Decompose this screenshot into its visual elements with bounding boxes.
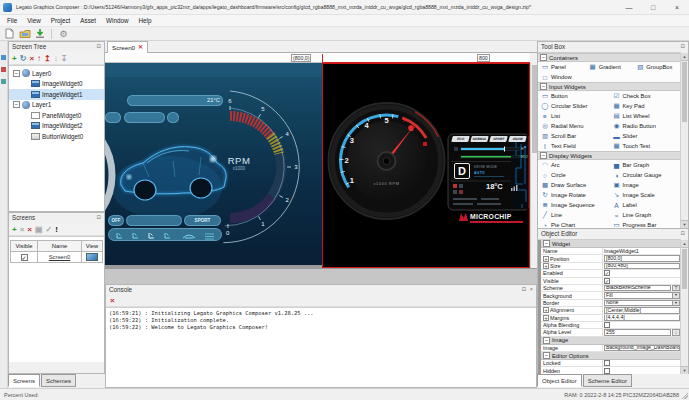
menu-asset[interactable]: Asset: [75, 17, 101, 24]
tab-schemes[interactable]: Schemes: [41, 374, 76, 387]
save-project-button[interactable]: [33, 28, 46, 40]
screen-name-link[interactable]: Screen0: [49, 254, 71, 260]
toolbox-item-progress-bar[interactable]: ▭Progress Bar: [610, 220, 682, 228]
collapse-icon[interactable]: −: [540, 83, 547, 90]
value-box[interactable]: [Center,Middle]: [604, 307, 680, 313]
chevron-down-icon[interactable]: ▼: [672, 301, 679, 306]
toolbox-item-bar-graph[interactable]: ▅Bar Graph: [610, 160, 682, 170]
toolbox-item-list[interactable]: ≡List: [538, 111, 610, 121]
scheme-value[interactable]: BlackBezelScheme: [604, 285, 671, 291]
expand-icon[interactable]: +: [543, 256, 549, 262]
checkbox-visible[interactable]: ✓: [604, 278, 610, 284]
toolbox-item-line[interactable]: ╱Line: [538, 210, 610, 220]
scroll-up-icon[interactable]: ▲: [681, 53, 688, 61]
scrollbar-thumb[interactable]: [682, 62, 687, 122]
sport-button[interactable]: SPORT: [184, 215, 221, 226]
resize-grip[interactable]: [681, 392, 688, 399]
open-project-button[interactable]: [18, 28, 31, 40]
toolbox-item-circle[interactable]: ○Circle: [538, 170, 610, 180]
scheme-select-button[interactable]: ?: [672, 285, 680, 291]
add-screen-button[interactable]: +: [12, 224, 17, 235]
toolbox-item-gradient[interactable]: ▦Gradient: [586, 62, 634, 72]
menu-window[interactable]: Window: [101, 17, 133, 24]
menu-view[interactable]: View: [22, 17, 46, 24]
value-box[interactable]: [4,4,4,4]: [604, 315, 680, 321]
dashboard-screen-imagewidget1-selected[interactable]: 123456: [322, 63, 530, 268]
toolbox-item-text-field[interactable]: IText Field: [538, 141, 610, 151]
oe-section-editor-options[interactable]: −Editor Options: [541, 352, 681, 360]
tree-item-imagewidget2[interactable]: ImageWidget2: [9, 121, 104, 132]
panel-float-icon[interactable]: ⊡: [680, 43, 686, 49]
check-icon[interactable]: ✓: [46, 224, 53, 235]
tab-screens[interactable]: Screens: [8, 374, 40, 387]
toolbox-item-image-rotate[interactable]: ↻Image Rotate: [538, 190, 610, 200]
clear-console-button[interactable]: ×: [110, 295, 115, 306]
oe-section-widget[interactable]: −Widget: [541, 240, 681, 248]
toolbox-item-window[interactable]: □Window: [538, 72, 586, 82]
mode-pill-sport[interactable]: SPORT: [489, 136, 508, 142]
checkbox-alpha-blending[interactable]: [604, 322, 610, 328]
remove-screen-button[interactable]: ×: [20, 224, 25, 235]
dock-icon-blue[interactable]: [1, 55, 6, 60]
settings-button[interactable]: ⚙: [57, 28, 70, 40]
tab-scheme-editor[interactable]: Scheme Editor: [583, 374, 632, 387]
toolbox-item-button[interactable]: ▭Button: [538, 91, 610, 101]
toolbox-section-input-widgets[interactable]: −Input Widgets: [538, 82, 681, 91]
dropdown-background[interactable]: Fill▼: [604, 292, 680, 298]
mode-pill-eco[interactable]: ECO: [451, 136, 470, 142]
collapse-icon[interactable]: −: [540, 54, 547, 61]
screen-view-icon[interactable]: [86, 253, 98, 261]
tab-object-editor[interactable]: Object Editor: [537, 374, 582, 387]
mode-pill-snow[interactable]: SNOW: [508, 136, 527, 142]
mode-pill[interactable]: [126, 215, 182, 226]
expand-icon[interactable]: +: [543, 315, 549, 321]
oe-section-image[interactable]: −Image: [541, 337, 681, 345]
dock-icon-teal[interactable]: [1, 79, 6, 84]
toolbox-item-line-graph[interactable]: ≈Line Graph: [610, 210, 682, 220]
copy-screen-icon[interactable]: ▣: [35, 224, 43, 235]
delete-screen-button[interactable]: ×: [27, 224, 32, 235]
toolbox-item-touch-test[interactable]: ▦Touch Test: [610, 141, 682, 151]
scrollbar-thumb[interactable]: [682, 249, 687, 289]
collapse-icon[interactable]: −: [540, 152, 547, 159]
checkbox-locked[interactable]: [604, 360, 610, 366]
toolbox-item-panel[interactable]: ▭Panel: [538, 62, 586, 72]
expand-box[interactable]: −: [13, 101, 20, 108]
toolbox-item-circular-slider[interactable]: ◯Circular Slider: [538, 101, 610, 111]
add-widget-button[interactable]: +: [12, 53, 17, 64]
dock-icon-red[interactable]: [1, 67, 6, 72]
panel-float-icon[interactable]: ⊡: [96, 214, 102, 220]
tree-item-imagewidget1[interactable]: ImageWidget1: [9, 89, 104, 100]
toolbox-item-circular-gauge[interactable]: ◑Circular Gauge: [610, 170, 682, 180]
chevron-down-icon[interactable]: ▼: [672, 293, 679, 298]
scroll-down-icon[interactable]: ▼: [681, 220, 688, 228]
toolbox-item-radio-button[interactable]: ◉Radio Button: [610, 121, 682, 131]
checkbox-hidden[interactable]: [604, 368, 610, 374]
expand-icon[interactable]: +: [543, 263, 549, 269]
tree-item-layer0[interactable]: −Layer0: [9, 68, 104, 79]
toolbox-section-containers[interactable]: −Containers: [538, 53, 681, 62]
value-box[interactable]: [800,0]: [604, 255, 680, 261]
move-to-bottom-button[interactable]: ↧: [61, 53, 68, 64]
menu-project[interactable]: Project: [46, 17, 76, 24]
toolbox-item-image-sequence[interactable]: ≣Image Sequence: [538, 200, 610, 210]
toolbox-item-image[interactable]: ▣Image: [610, 180, 682, 190]
collapse-icon[interactable]: −: [543, 352, 550, 359]
move-to-top-button[interactable]: ↥: [44, 53, 51, 64]
object-editor-scrollbar[interactable]: ▲ ▼: [680, 240, 687, 374]
spin-alpha-level[interactable]: 255: [604, 329, 671, 335]
scroll-up-icon[interactable]: ▲: [681, 240, 688, 248]
visible-checkbox[interactable]: ✓: [21, 254, 28, 261]
design-canvas[interactable]: 6543210 21°C RPM x1000 OFF SPORT: [105, 63, 537, 268]
dropdown-border[interactable]: None▼: [604, 300, 680, 306]
maximize-button[interactable]: □: [641, 0, 665, 15]
expand-icon[interactable]: +: [543, 307, 549, 313]
menu-file[interactable]: File: [2, 17, 22, 24]
toolbox-item-draw-surface[interactable]: ▩Draw Surface: [538, 180, 610, 190]
tab-screen0[interactable]: Screen0 ✕: [107, 41, 148, 53]
value-box[interactable]: Background_Image_DashBoard: [604, 345, 680, 351]
toolbox-scrollbar[interactable]: ▲ ▼: [680, 53, 687, 228]
toolbox-item-groupbox[interactable]: ▧GroupBox: [633, 62, 681, 72]
canvas-vertical-scrollbar[interactable]: [530, 63, 537, 268]
panel-float-icon[interactable]: ⊡: [680, 230, 686, 236]
